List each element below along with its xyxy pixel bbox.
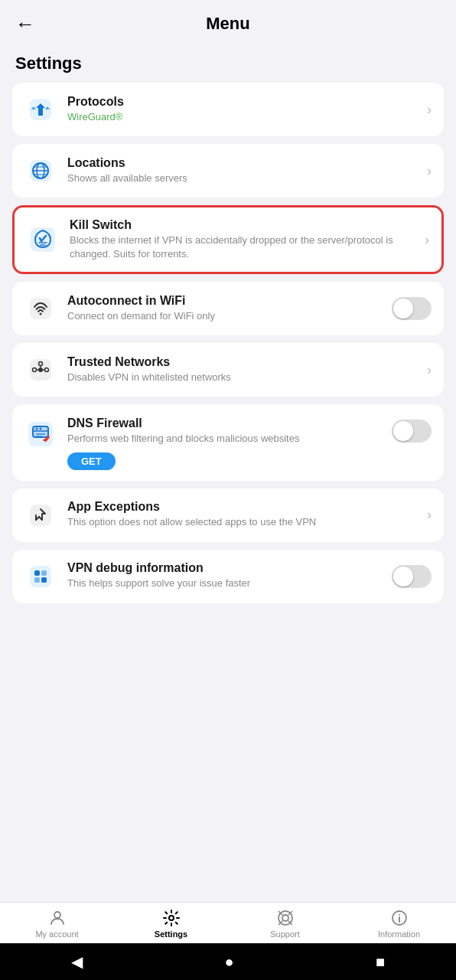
locations-title: Locations — [67, 156, 421, 170]
autoconnect-toggle[interactable] — [392, 297, 432, 320]
svg-point-36 — [169, 916, 174, 920]
svg-rect-32 — [41, 570, 47, 576]
vpn-debug-icon — [24, 560, 57, 593]
autoconnect-icon — [24, 292, 57, 325]
locations-chevron: › — [427, 163, 432, 179]
svg-point-38 — [282, 915, 288, 921]
locations-item[interactable]: Locations Shows all available servers › — [12, 144, 444, 198]
trusted-networks-title: Trusted Networks — [67, 355, 421, 369]
protocols-chevron: › — [427, 102, 432, 118]
autoconnect-title: Autoconnect in WiFi — [67, 294, 386, 308]
nav-item-information[interactable]: Information — [369, 909, 430, 939]
svg-rect-29 — [30, 505, 51, 526]
svg-rect-30 — [30, 566, 51, 587]
nav-item-settings[interactable]: Settings — [141, 909, 202, 939]
back-button[interactable]: ← — [15, 14, 35, 34]
dns-firewall-text: DNS Firewall Performs web filtering and … — [67, 416, 386, 469]
locations-text: Locations Shows all available servers — [67, 156, 421, 185]
nav-support-label: Support — [270, 929, 300, 939]
android-recents-btn[interactable]: ■ — [376, 953, 385, 971]
settings-section-title: Settings — [12, 54, 444, 74]
bottom-nav: My account Settings Support Information — [0, 902, 456, 943]
header-title: Menu — [206, 14, 249, 34]
settings-nav-icon — [162, 909, 181, 927]
dns-get-badge[interactable]: GET — [67, 452, 116, 470]
settings-content: Settings Protocols WireGuard® › — [0, 41, 456, 703]
protocols-item[interactable]: Protocols WireGuard® › — [12, 83, 444, 136]
protocols-text: Protocols WireGuard® — [67, 95, 421, 124]
nav-item-my-account[interactable]: My account — [27, 909, 88, 939]
vpn-debug-title: VPN debug information — [67, 561, 386, 575]
dns-firewall-icon — [24, 418, 57, 450]
svg-point-44 — [399, 914, 400, 916]
trusted-networks-item[interactable]: Trusted Networks Disables VPN in whiteli… — [12, 343, 444, 397]
vpn-debug-text: VPN debug information This helps support… — [67, 561, 386, 590]
autoconnect-subtitle: Connect on demand for WiFi only — [67, 309, 386, 323]
svg-rect-33 — [34, 577, 40, 583]
trusted-networks-icon — [24, 354, 57, 386]
nav-item-support[interactable]: Support — [255, 909, 316, 939]
vpn-debug-toggle[interactable] — [392, 565, 432, 588]
protocols-title: Protocols — [67, 95, 421, 109]
killswitch-title: Kill Switch — [70, 218, 419, 232]
android-back-btn[interactable]: ◀ — [71, 952, 83, 971]
app-exceptions-title: App Exceptions — [67, 500, 421, 514]
trusted-networks-text: Trusted Networks Disables VPN in whiteli… — [67, 355, 421, 384]
dns-firewall-toggle[interactable] — [392, 420, 432, 443]
protocols-icon — [24, 93, 57, 126]
autoconnect-text: Autoconnect in WiFi Connect on demand fo… — [67, 294, 386, 323]
svg-point-12 — [40, 313, 42, 315]
killswitch-icon — [27, 224, 59, 256]
svg-point-35 — [54, 912, 60, 918]
dns-firewall-item[interactable]: DNS Firewall Performs web filtering and … — [12, 404, 444, 480]
locations-icon — [24, 155, 57, 187]
svg-point-25 — [36, 428, 38, 430]
nav-settings-label: Settings — [155, 929, 187, 939]
app-exceptions-chevron: › — [427, 507, 432, 523]
autoconnect-item[interactable]: Autoconnect in WiFi Connect on demand fo… — [12, 282, 444, 335]
killswitch-item[interactable]: Kill Switch Blocks the internet if VPN i… — [12, 205, 444, 274]
app-exceptions-item[interactable]: App Exceptions This option does not allo… — [12, 488, 444, 542]
svg-point-14 — [38, 368, 43, 372]
nav-my-account-label: My account — [35, 929, 78, 939]
protocols-subtitle: WireGuard® — [67, 110, 421, 124]
vpn-debug-item[interactable]: VPN debug information This helps support… — [12, 550, 444, 603]
trusted-networks-chevron: › — [427, 362, 432, 378]
locations-subtitle: Shows all available servers — [67, 172, 421, 185]
app-exceptions-text: App Exceptions This option does not allo… — [67, 500, 421, 529]
information-nav-icon — [390, 909, 409, 927]
svg-rect-34 — [41, 577, 47, 583]
my-account-icon — [48, 909, 67, 927]
android-nav-bar: ◀ ● ■ — [0, 943, 456, 980]
killswitch-text: Kill Switch Blocks the internet if VPN i… — [70, 218, 419, 261]
killswitch-subtitle: Blocks the internet if VPN is accidental… — [70, 234, 419, 261]
dns-firewall-subtitle: Performs web filtering and blocks malici… — [67, 432, 386, 446]
svg-rect-31 — [34, 570, 40, 576]
app-exceptions-subtitle: This option does not allow selected apps… — [67, 515, 421, 529]
vpn-debug-subtitle: This helps support solve your issue fast… — [67, 577, 386, 590]
trusted-networks-subtitle: Disables VPN in whitelisted networks — [67, 371, 421, 384]
svg-point-26 — [40, 428, 42, 430]
app-exceptions-icon — [24, 499, 57, 531]
header: ← Menu — [0, 0, 456, 41]
nav-information-label: Information — [378, 929, 420, 939]
killswitch-chevron: › — [425, 232, 429, 248]
svg-rect-11 — [30, 298, 51, 319]
android-home-btn[interactable]: ● — [224, 953, 233, 971]
dns-firewall-title: DNS Firewall — [67, 416, 386, 430]
support-nav-icon — [276, 909, 295, 927]
